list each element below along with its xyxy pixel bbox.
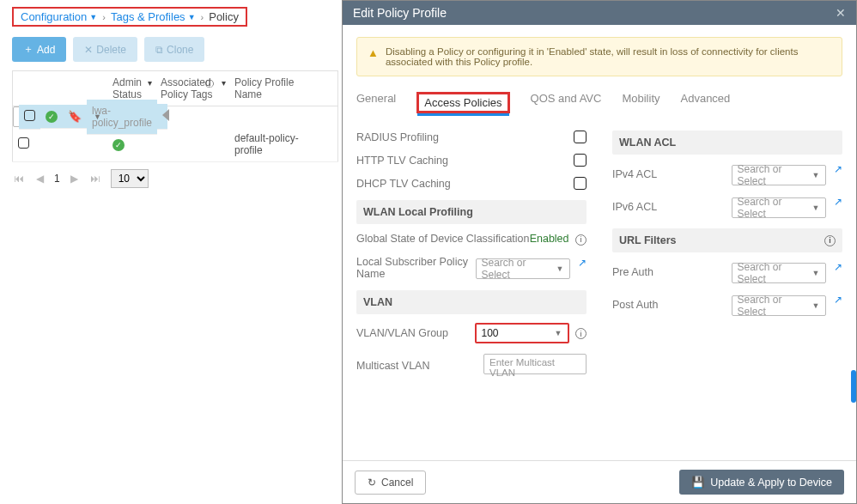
warning-banner: ▲ Disabling a Policy or configuring it i…: [356, 37, 842, 76]
goto-icon[interactable]: ↗: [834, 261, 842, 273]
pager-first[interactable]: ⏮: [12, 173, 26, 185]
list-toolbar: ＋ Add ✕ Delete ⧉ Clone: [12, 37, 338, 62]
pager-page: 1: [54, 173, 60, 185]
clone-label: Clone: [167, 44, 193, 56]
label-dhcp-tlv: DHCP TLV Caching: [356, 178, 574, 190]
label-ipv6-acl: IPv6 ACL: [612, 201, 732, 213]
section-wlan-acl: WLAN ACL: [612, 131, 842, 155]
table-row[interactable]: ✓ 🔖 lwa-policy_profile: [13, 106, 107, 127]
pager-next[interactable]: ▶: [69, 173, 80, 185]
tab-general[interactable]: General: [356, 92, 396, 113]
row-lspn: Local Subscriber Policy Name Search or S…: [356, 251, 587, 285]
modal-header: Edit Policy Profile ✕: [343, 1, 856, 25]
label-post-auth: Post Auth: [612, 299, 732, 311]
global-state-value: Enabled: [530, 233, 569, 245]
label-lspn: Local Subscriber Policy Name: [356, 256, 476, 280]
add-label: Add: [37, 44, 55, 56]
label-multicast-vlan: Multicast VLAN: [356, 360, 483, 372]
goto-icon[interactable]: ↗: [578, 257, 587, 269]
breadcrumb-current: Policy: [209, 10, 239, 23]
row-dhcp-tlv: DHCP TLV Caching: [356, 172, 587, 195]
status-enabled-icon: ✓: [112, 139, 125, 151]
ipv4-acl-select[interactable]: Search or Select: [732, 165, 826, 185]
tab-access-policies[interactable]: Access Policies: [416, 92, 509, 113]
row-post-auth: Post Auth Search or Select ↗: [612, 288, 842, 321]
edit-policy-modal: Edit Policy Profile ✕ ▲ Disabling a Poli…: [342, 0, 857, 504]
breadcrumb: Configuration ▼ › Tags & Profiles ▼ › Po…: [12, 7, 247, 27]
breadcrumb-configuration[interactable]: Configuration: [21, 10, 87, 23]
col-arrow: [326, 71, 338, 106]
chevron-right-icon: ›: [102, 12, 106, 22]
info-icon[interactable]: i: [575, 328, 587, 339]
goto-icon[interactable]: ↗: [834, 196, 842, 208]
plus-icon: ＋: [23, 42, 33, 57]
apply-label: Update & Apply to Device: [710, 477, 832, 489]
info-icon[interactable]: i: [824, 235, 836, 246]
undo-icon: ↻: [368, 477, 376, 489]
http-tlv-checkbox[interactable]: [574, 154, 587, 167]
breadcrumb-tags-profiles[interactable]: Tags & Profiles: [111, 10, 185, 23]
row-pre-auth: Pre Auth Search or Select ↗: [612, 256, 842, 288]
warning-text: Disabling a Policy or configuring it in …: [386, 46, 831, 67]
form-left-column: RADIUS Profiling HTTP TLV Caching DHCP T…: [356, 125, 587, 384]
add-button[interactable]: ＋ Add: [12, 37, 66, 62]
info-icon[interactable]: ⓘ: [205, 78, 214, 90]
goto-icon[interactable]: ↗: [834, 294, 842, 306]
pager-prev[interactable]: ◀: [34, 173, 46, 185]
post-auth-select[interactable]: Search or Select: [732, 295, 826, 316]
col-assoc-tags[interactable]: Associated Policy Tags ⓘ ▾: [155, 71, 229, 106]
form-right-column: WLAN ACL IPv4 ACL Search or Select ↗ IPv…: [612, 125, 842, 384]
filter-icon[interactable]: ▾: [148, 78, 152, 88]
chevron-right-icon: ›: [201, 12, 204, 22]
profile-name-cell[interactable]: default-policy-profile: [229, 127, 326, 162]
vlan-group-select[interactable]: 100: [475, 323, 569, 343]
multicast-vlan-input[interactable]: Enter Multicast VLAN: [483, 354, 587, 374]
table-row[interactable]: ✓ default-policy-profile: [13, 127, 338, 162]
label-pre-auth: Pre Auth: [612, 266, 732, 278]
row-http-tlv: HTTP TLV Caching: [356, 149, 587, 172]
policy-table: Admin Status ▾ Associated Policy Tags ⓘ …: [12, 70, 338, 162]
row-global-state: Global State of Device Classification En…: [356, 228, 587, 251]
modal-title: Edit Policy Profile: [353, 6, 447, 20]
tab-qos[interactable]: QOS and AVC: [531, 92, 602, 113]
col-profile-name[interactable]: Policy Profile Name: [229, 71, 326, 106]
label-ipv4-acl: IPv4 ACL: [612, 168, 732, 180]
pager-size-select[interactable]: 10: [111, 169, 149, 188]
close-icon[interactable]: ✕: [836, 6, 846, 20]
row-ipv6-acl: IPv6 ACL Search or Select ↗: [612, 191, 842, 223]
ipv6-acl-select[interactable]: Search or Select: [732, 197, 826, 218]
tab-mobility[interactable]: Mobility: [622, 92, 659, 113]
apply-button[interactable]: 💾 Update & Apply to Device: [679, 470, 844, 495]
section-wlan-local-profiling: WLAN Local Profiling: [356, 200, 587, 224]
cancel-button[interactable]: ↻ Cancel: [355, 471, 426, 495]
policy-list-pane: Configuration ▼ › Tags & Profiles ▼ › Po…: [0, 0, 342, 504]
pre-auth-select[interactable]: Search or Select: [732, 263, 826, 283]
caret-icon: ▼: [89, 13, 97, 21]
cancel-label: Cancel: [381, 477, 413, 489]
row-checkbox[interactable]: [18, 137, 29, 149]
status-enabled-icon: ✓: [46, 111, 58, 123]
info-icon[interactable]: i: [575, 234, 587, 246]
row-vlan-group: VLAN/VLAN Group 100 i: [356, 318, 587, 349]
tab-advanced[interactable]: Advanced: [681, 92, 731, 113]
lspn-select[interactable]: Search or Select: [476, 258, 570, 279]
clone-button[interactable]: ⧉ Clone: [144, 37, 204, 62]
form-columns: RADIUS Profiling HTTP TLV Caching DHCP T…: [356, 125, 842, 384]
profile-name-cell[interactable]: lwa-policy_profile: [87, 100, 157, 135]
pager-last[interactable]: ⏭: [88, 173, 102, 185]
pager: ⏮ ◀ 1 ▶ ⏭ 10: [12, 169, 338, 188]
scrollbar-thumb[interactable]: [851, 370, 856, 403]
x-icon: ✕: [84, 44, 93, 56]
delete-button[interactable]: ✕ Delete: [73, 37, 137, 62]
dhcp-tlv-checkbox[interactable]: [574, 177, 587, 190]
tab-bar: General Access Policies QOS and AVC Mobi…: [356, 92, 842, 113]
tag-icon[interactable]: 🔖: [68, 110, 82, 123]
goto-icon[interactable]: ↗: [834, 163, 842, 175]
label-global-state: Global State of Device Classification: [356, 233, 530, 245]
warning-icon: ▲: [368, 46, 379, 59]
radius-profiling-checkbox[interactable]: [574, 131, 587, 143]
filter-icon[interactable]: ▾: [222, 78, 226, 88]
caret-icon: ▼: [188, 13, 196, 21]
row-selected-arrow-icon: [162, 109, 169, 121]
row-checkbox[interactable]: [24, 110, 35, 121]
